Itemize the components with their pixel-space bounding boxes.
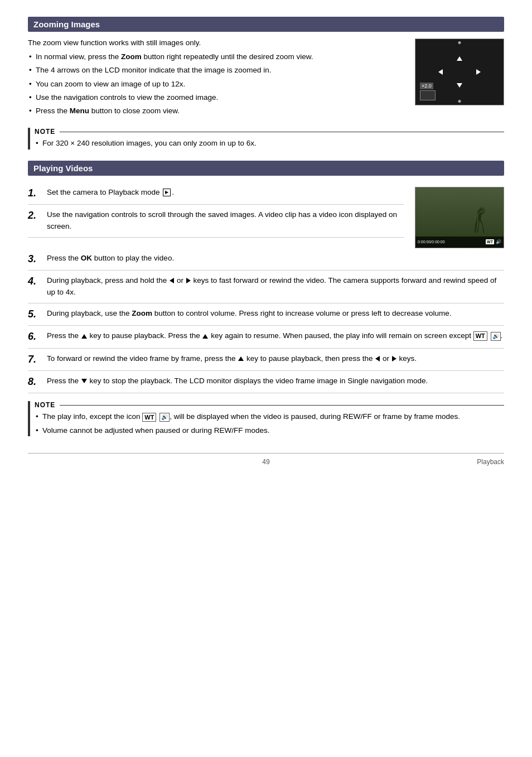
wt-note-badge: WT (142, 413, 156, 422)
page-footer: 49 Playback (28, 453, 504, 466)
step-7-row: 7. To forward or rewind the video frame … (28, 349, 504, 371)
zooming-note: NOTE For 320 × 240 resolution images, yo… (28, 128, 504, 149)
arrow-right-icon-2 (392, 356, 396, 361)
step-8-content: Press the key to stop the playback. The … (47, 375, 504, 387)
step-6-content: Press the key to pause playback. Press t… (47, 330, 504, 342)
speaker-note-badge: 🔊 (159, 413, 170, 422)
step-3-content: Press the OK button to play the video. (47, 253, 504, 264)
playing-note: NOTE The play info, except the icon WT 🔊… (28, 401, 504, 436)
step-4-number: 4. (28, 275, 40, 288)
list-item: In normal view, press the Zoom button ri… (28, 51, 404, 62)
zoom-mock-display: ×2.0 (415, 39, 504, 105)
zooming-images-title: Zooming Images (33, 20, 100, 29)
zoom-arrow-top-icon (457, 56, 462, 61)
zooming-images-header: Zooming Images (28, 17, 504, 32)
step-5-row: 5. During playback, use the Zoom button … (28, 303, 504, 326)
step-4-row: 4. During playback, press and hold the o… (28, 271, 504, 303)
zoom-arrow-left-icon (438, 69, 443, 75)
down-arrow-icon (81, 379, 87, 383)
up-arrow-icon-3 (238, 356, 244, 361)
step-8-number: 8. (28, 375, 40, 388)
or-text-2: or (383, 354, 391, 363)
zoom-dot-bottom (458, 100, 461, 103)
zoom-thumbnail (420, 90, 436, 100)
playing-videos-title: Playing Videos (33, 163, 93, 173)
step-3-number: 3. (28, 253, 40, 266)
step-8-row: 8. Press the key to stop the playback. T… (28, 371, 504, 393)
playback-mode-icon (163, 189, 171, 196)
zooming-note-list: For 320 × 240 resolution images, you can… (35, 138, 504, 149)
speaker-inline-badge: 🔊 (491, 332, 501, 341)
list-item: You can zoom to view an image of up to 1… (28, 79, 404, 90)
zoom-arrows-display (437, 55, 482, 89)
zooming-bullet-list: In normal view, press the Zoom button ri… (28, 51, 404, 117)
arrow-right-icon (186, 278, 191, 283)
list-item: Use the navigation controls to view the … (28, 92, 404, 103)
step-1-content: Set the camera to Playback mode . (47, 187, 404, 199)
list-item: For 320 × 240 resolution images, you can… (35, 138, 504, 149)
zooming-images-section: Zooming Images The zoom view function wo… (28, 17, 504, 150)
page-number: 49 (72, 458, 460, 466)
step-7-number: 7. (28, 353, 40, 366)
steps-with-image-container: 1. Set the camera to Playback mode . 2. … (28, 182, 504, 248)
playing-note-list: The play info, except the icon WT 🔊, wil… (35, 411, 504, 436)
arrow-left-icon (170, 278, 174, 283)
step-5-content: During playback, use the Zoom button to … (47, 308, 504, 320)
step-4-content: During playback, press and hold the or k… (47, 275, 504, 298)
list-item: Volume cannot be adjusted when paused or… (35, 425, 504, 436)
zoom-dot-top (458, 41, 461, 44)
deer-silhouette-icon (465, 205, 492, 235)
speaker-small-icon: 🔊 (496, 239, 501, 244)
page-label: Playback (460, 458, 504, 466)
zooming-intro: The zoom view function works with still … (28, 38, 404, 47)
video-mock-display: 0:00:00/0:00:00 WT 🔊 (415, 187, 504, 248)
zoom-display-image: ×2.0 (415, 38, 504, 105)
playing-videos-header: Playing Videos (28, 161, 504, 176)
playing-note-title: NOTE (35, 401, 504, 409)
step-1-row: 1. Set the camera to Playback mode . (28, 182, 404, 205)
zoom-arrow-bottom-icon (457, 83, 462, 88)
zoom-magnification-label: ×2.0 (420, 83, 433, 89)
zoom-arrow-right-icon (476, 69, 481, 75)
video-bottom-bar: 0:00:00/0:00:00 WT 🔊 (415, 237, 504, 248)
step-2-row: 2. Use the navigation controls to scroll… (28, 205, 404, 238)
arrow-left-icon-2 (375, 356, 380, 361)
step-3-row: 3. Press the OK button to play the video… (28, 248, 504, 271)
wt-badge: WT (486, 239, 494, 244)
zooming-images-text: The zoom view function works with still … (28, 38, 404, 121)
or-text: or (177, 276, 186, 285)
step-1-number: 1. (28, 187, 40, 200)
zooming-images-content: The zoom view function works with still … (28, 38, 504, 121)
video-timer: 0:00:00/0:00:00 (418, 240, 445, 244)
step-6-number: 6. (28, 330, 40, 343)
step-6-row: 6. Press the key to pause playback. Pres… (28, 326, 504, 348)
steps-column: 1. Set the camera to Playback mode . 2. … (28, 182, 404, 248)
list-item: The 4 arrows on the LCD monitor indicate… (28, 65, 404, 76)
video-display-image: 0:00:00/0:00:00 WT 🔊 (415, 187, 504, 248)
step-2-content: Use the navigation controls to scroll th… (47, 209, 404, 233)
step-2-number: 2. (28, 209, 40, 222)
wt-inline-badge: WT (473, 331, 487, 340)
list-item: Press the Menu button to close zoom view… (28, 105, 404, 117)
note-title: NOTE (35, 128, 504, 136)
list-item: The play info, except the icon WT 🔊, wil… (35, 411, 504, 422)
up-arrow-icon-2 (202, 334, 208, 339)
up-arrow-icon (81, 334, 87, 339)
playing-videos-section: Playing Videos 1. Set the camera to Play… (28, 161, 504, 436)
step-7-content: To forward or rewind the video frame by … (47, 353, 504, 365)
step-5-number: 5. (28, 308, 40, 321)
